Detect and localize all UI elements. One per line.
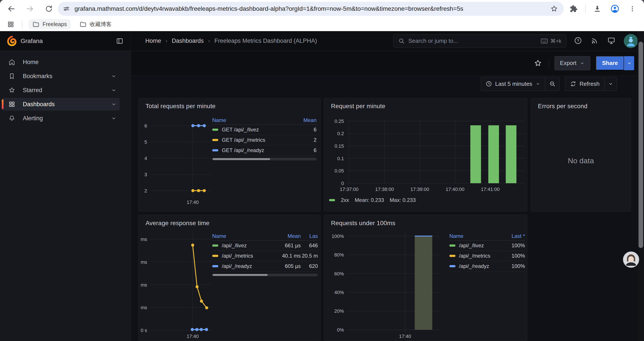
column-header-last[interactable]: Las bbox=[301, 233, 318, 239]
browser-menu-button[interactable] bbox=[626, 3, 638, 15]
bookmark-folder-freeleaps[interactable]: Freeleaps bbox=[28, 19, 71, 30]
back-button[interactable] bbox=[5, 3, 17, 15]
table-row[interactable]: /api/_/metrics 40.1 ms 20.5 m bbox=[212, 251, 318, 261]
series-swatch[interactable] bbox=[212, 139, 218, 141]
legend-table: Name Last * /api/_/livez 100% /api/_/met… bbox=[449, 232, 525, 271]
series-name[interactable]: /api/_/livez bbox=[459, 242, 503, 249]
extensions-button[interactable] bbox=[568, 3, 580, 15]
refresh-label: Refresh bbox=[580, 81, 600, 87]
downloads-button[interactable] bbox=[592, 3, 603, 15]
series-mean-value: 2 bbox=[297, 137, 316, 143]
sidebar-item-dashboards[interactable]: Dashboards bbox=[2, 98, 120, 111]
panel-title[interactable]: Requests under 100ms bbox=[331, 220, 396, 227]
sidebar-item-label: Starred bbox=[23, 87, 42, 94]
browser-toolbar: grafana.mathmast.com/d/deytv4rwavabkb/fr… bbox=[0, 0, 644, 18]
time-range-picker[interactable]: Last 5 minutes bbox=[481, 77, 545, 91]
share-menu-button[interactable] bbox=[624, 56, 634, 70]
refresh-interval-button[interactable] bbox=[604, 77, 617, 91]
panel-title[interactable]: Errors per second bbox=[538, 103, 588, 110]
reload-button[interactable] bbox=[43, 3, 55, 15]
user-avatar[interactable] bbox=[624, 34, 638, 48]
favorite-dashboard-button[interactable] bbox=[533, 58, 543, 68]
series-name[interactable]: /api/_/livez bbox=[222, 242, 274, 249]
breadcrumb-dashboards[interactable]: Dashboards bbox=[172, 38, 204, 44]
sidebar-item-home[interactable]: Home bbox=[2, 56, 120, 69]
table-horizontal-scrollbar[interactable] bbox=[212, 274, 318, 276]
series-swatch[interactable] bbox=[329, 199, 335, 201]
site-settings-icon[interactable] bbox=[63, 5, 70, 13]
column-header-last[interactable]: Last * bbox=[503, 233, 525, 239]
column-header-mean[interactable]: Mean bbox=[297, 117, 316, 123]
column-header-name[interactable]: Name bbox=[449, 233, 503, 239]
share-button[interactable]: Share bbox=[596, 56, 624, 70]
refresh-button[interactable]: Refresh bbox=[565, 77, 604, 91]
column-header-mean[interactable]: Mean bbox=[274, 233, 301, 239]
series-name[interactable]: GET /api/_/metrics bbox=[222, 137, 297, 143]
series-swatch[interactable] bbox=[212, 244, 218, 247]
url-bar[interactable]: grafana.mathmast.com/d/deytv4rwavabkb/fr… bbox=[58, 2, 564, 16]
chevron-down-icon[interactable] bbox=[111, 101, 116, 107]
series-swatch[interactable] bbox=[449, 244, 456, 247]
table-row[interactable]: GET /api/_/livez 6 bbox=[212, 125, 316, 135]
assistant-avatar-image bbox=[624, 252, 638, 267]
column-header-name[interactable]: Name bbox=[212, 117, 297, 123]
table-row[interactable]: GET /api/_/readyz 6 bbox=[212, 145, 316, 156]
table-row[interactable]: GET /api/_/metrics 2 bbox=[212, 135, 316, 145]
bookmark-folder-blogs[interactable]: 收藏博客 bbox=[76, 19, 116, 30]
search-input[interactable]: Search or jump to... ⌘+k bbox=[393, 34, 566, 48]
sidebar-item-alerting[interactable]: Alerting bbox=[2, 112, 120, 125]
news-button[interactable] bbox=[590, 37, 599, 46]
series-name[interactable]: GET /api/_/readyz bbox=[222, 147, 297, 153]
scrollbar-thumb[interactable] bbox=[212, 274, 268, 276]
page-scrollbar-thumb[interactable] bbox=[638, 42, 643, 248]
chevron-down-icon[interactable] bbox=[111, 87, 116, 93]
panel-title[interactable]: Total requests per minute bbox=[146, 103, 216, 110]
table-row[interactable]: /api/_/livez 100% bbox=[449, 240, 525, 251]
series-name[interactable]: /api/_/readyz bbox=[222, 263, 274, 269]
svg-text:60 ms: 60 ms bbox=[140, 259, 147, 265]
table-row[interactable]: /api/_/readyz 100% bbox=[449, 261, 525, 271]
panel-title[interactable]: Request per minute bbox=[331, 103, 385, 110]
forward-button[interactable] bbox=[24, 3, 36, 15]
assistant-avatar-widget[interactable] bbox=[623, 251, 639, 268]
export-button[interactable]: Export bbox=[554, 56, 590, 70]
profile-button[interactable] bbox=[609, 3, 621, 15]
display-button[interactable] bbox=[607, 37, 616, 46]
series-swatch[interactable] bbox=[449, 255, 456, 257]
series-swatch[interactable] bbox=[212, 129, 218, 131]
sidebar-toggle-button[interactable] bbox=[114, 36, 125, 46]
legend-series-label[interactable]: 2xx bbox=[341, 197, 349, 203]
zoom-out-button[interactable] bbox=[545, 77, 560, 91]
sidebar-item-bookmarks[interactable]: Bookmarks bbox=[2, 70, 120, 83]
series-swatch[interactable] bbox=[212, 255, 218, 257]
scrollbar-thumb[interactable] bbox=[212, 158, 270, 160]
breadcrumb-home[interactable]: Home bbox=[145, 38, 161, 44]
svg-text:80%: 80% bbox=[334, 252, 344, 258]
series-swatch[interactable] bbox=[212, 149, 218, 151]
column-header-name[interactable]: Name bbox=[212, 233, 274, 239]
series-name[interactable]: /api/_/metrics bbox=[459, 253, 503, 259]
panel-errors-per-second[interactable]: No data bbox=[531, 98, 631, 212]
brand-name[interactable]: Grafana bbox=[20, 38, 43, 45]
table-horizontal-scrollbar[interactable] bbox=[212, 158, 316, 160]
help-button[interactable]: ? bbox=[574, 37, 582, 46]
chevron-down-icon[interactable] bbox=[111, 73, 116, 79]
table-row[interactable]: /api/_/readyz 605 µs 620 bbox=[212, 261, 318, 271]
table-row[interactable]: /api/_/metrics 100% bbox=[449, 251, 525, 261]
series-swatch[interactable] bbox=[212, 265, 218, 267]
bookmark-star-button[interactable] bbox=[549, 4, 559, 14]
svg-text:5: 5 bbox=[144, 139, 147, 145]
svg-text:17:40: 17:40 bbox=[399, 333, 411, 339]
sidebar-item-starred[interactable]: Starred bbox=[2, 84, 120, 97]
series-name[interactable]: GET /api/_/livez bbox=[222, 127, 297, 133]
chevron-down-icon[interactable] bbox=[111, 115, 116, 121]
panel-title[interactable]: Average response time bbox=[146, 220, 210, 227]
series-name[interactable]: /api/_/metrics bbox=[222, 253, 274, 259]
apps-button[interactable] bbox=[6, 19, 16, 30]
request-per-minute-chart: 0.250.20.150.10.05017:37:0017:38:0017:39… bbox=[326, 114, 525, 202]
table-row[interactable]: /api/_/livez 661 µs 646 bbox=[212, 240, 318, 251]
folder-icon bbox=[80, 21, 86, 28]
series-swatch[interactable] bbox=[449, 265, 456, 267]
series-name[interactable]: /api/_/readyz bbox=[459, 263, 503, 269]
url-text[interactable]: grafana.mathmast.com/d/deytv4rwavabkb/fr… bbox=[74, 5, 549, 12]
